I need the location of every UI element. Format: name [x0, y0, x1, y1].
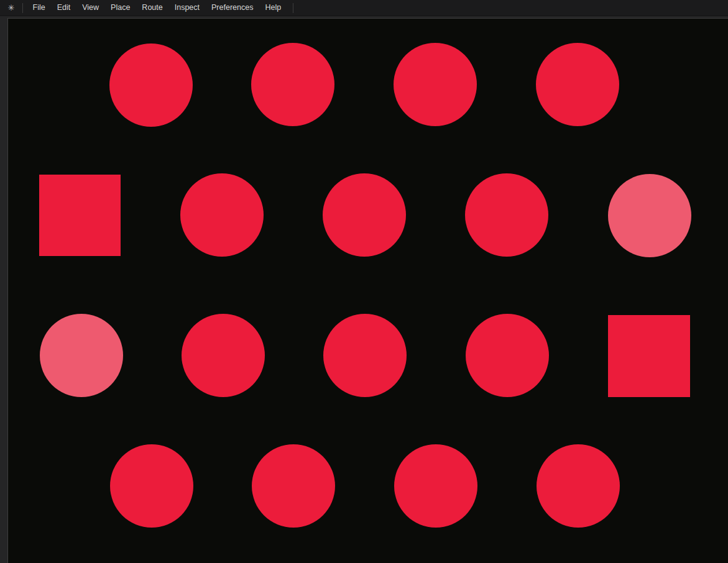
pad-circle[interactable] — [537, 444, 620, 528]
menu-item-place[interactable]: Place — [107, 0, 134, 16]
pad-circle[interactable] — [109, 43, 193, 127]
menu-item-inspect[interactable]: Inspect — [170, 0, 203, 16]
pad-circle[interactable] — [323, 314, 407, 397]
pad-circle[interactable] — [323, 173, 406, 257]
menu-item-help[interactable]: Help — [261, 0, 285, 16]
pad-circle[interactable] — [466, 314, 549, 397]
app-window: ✳ File Edit View Place Route Inspect Pre… — [0, 0, 728, 563]
app-icon: ✳ — [0, 0, 22, 16]
pad-square[interactable] — [39, 175, 121, 256]
pad-circle[interactable] — [536, 43, 619, 126]
menu-item-route[interactable]: Route — [138, 0, 167, 16]
pad-circle[interactable] — [182, 314, 265, 397]
menubar-separator — [22, 3, 23, 13]
pad-circle-highlighted[interactable] — [608, 174, 691, 257]
menu-items: File Edit View Place Route Inspect Prefe… — [27, 0, 287, 16]
pad-circle[interactable] — [110, 444, 193, 528]
pad-square[interactable] — [608, 315, 690, 397]
pad-circle[interactable] — [394, 444, 477, 528]
pad-circle[interactable] — [180, 173, 264, 257]
menu-bar: ✳ File Edit View Place Route Inspect Pre… — [0, 0, 728, 16]
menu-item-file[interactable]: File — [29, 0, 49, 16]
menu-item-edit[interactable]: Edit — [53, 0, 75, 16]
pad-circle-highlighted[interactable] — [40, 314, 123, 397]
menu-item-view[interactable]: View — [78, 0, 103, 16]
pad-circle[interactable] — [465, 173, 548, 257]
pad-circle[interactable] — [251, 43, 334, 126]
editor-canvas[interactable] — [7, 18, 728, 563]
pad-circle[interactable] — [394, 43, 477, 126]
canvas-shapes — [8, 19, 728, 563]
pad-circle[interactable] — [252, 444, 335, 528]
menu-item-preferences[interactable]: Preferences — [208, 0, 257, 16]
menubar-separator — [293, 3, 293, 13]
